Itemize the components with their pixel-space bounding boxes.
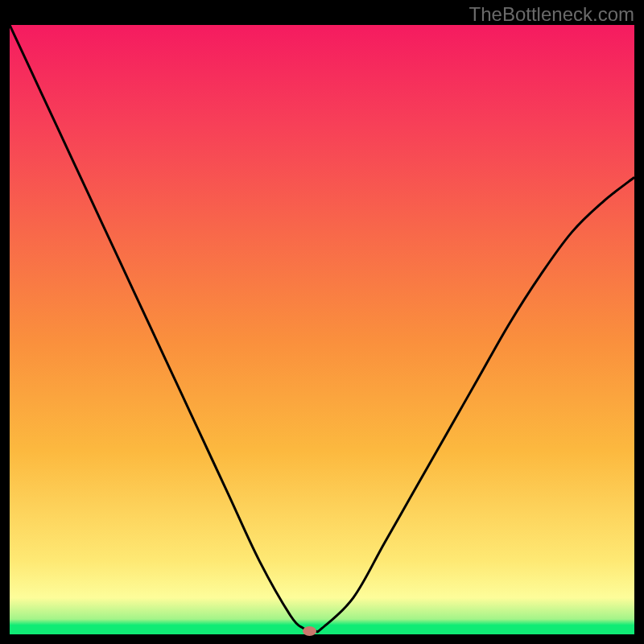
optimal-point-marker xyxy=(303,626,316,636)
bottleneck-curve xyxy=(10,25,634,634)
chart-container: TheBottleneck.com xyxy=(0,0,644,644)
watermark-text: TheBottleneck.com xyxy=(469,3,634,26)
